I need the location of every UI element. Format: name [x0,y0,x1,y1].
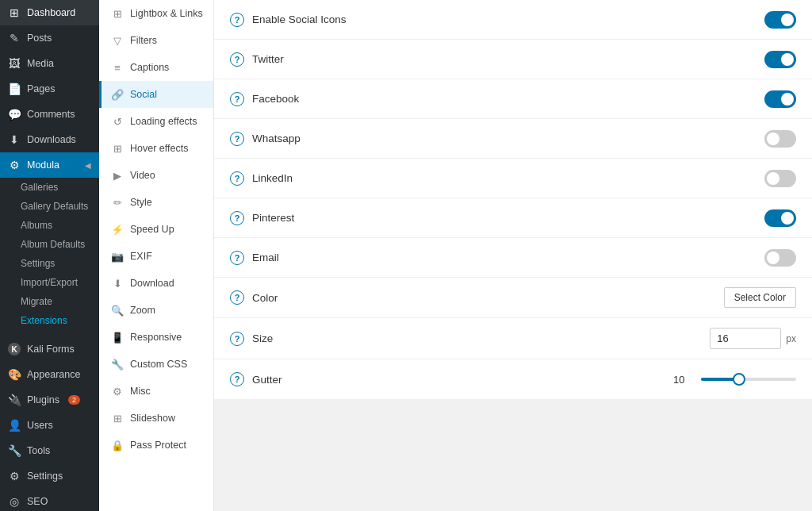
help-twitter[interactable]: ? [230,52,244,67]
sidebar-item-settings[interactable]: ⚙ Settings [0,463,99,489]
mid-item-misc[interactable]: ⚙ Misc [99,378,213,405]
mid-item-pass-protect[interactable]: 🔒 Pass Protect [99,432,213,459]
row-pinterest: ? Pinterest [214,198,812,238]
sidebar-item-posts[interactable]: ✎ Posts [0,25,99,51]
mid-label-hover-effects: Hover effects [130,143,188,154]
help-color[interactable]: ? [230,290,244,305]
sidebar-item-users[interactable]: 👤 Users [0,413,99,438]
row-enable-social-icons: ? Enable Social Icons [214,0,812,40]
sidebar-item-modula[interactable]: ⚙ Modula ◀ [0,152,99,178]
select-color-button[interactable]: Select Color [724,287,796,308]
sidebar-item-seo[interactable]: ◎ SEO [0,489,99,511]
sidebar-label-tools: Tools [27,445,50,456]
toggle-enable-social-icons[interactable] [764,11,796,29]
submenu-galleries[interactable]: Galleries [0,178,99,197]
mid-item-loading-effects[interactable]: ↺ Loading effects [99,108,213,135]
sidebar-item-dashboard[interactable]: ⊞ Dashboard [0,0,99,25]
submenu-import-export[interactable]: Import/Export [0,273,99,292]
toggle-pinterest[interactable] [764,209,796,227]
help-facebook[interactable]: ? [230,92,244,106]
tools-icon: 🔧 [8,444,21,457]
mid-item-style[interactable]: ✏ Style [99,189,213,216]
sidebar-label-seo: SEO [27,496,48,507]
settings-icon: ⚙ [8,470,21,482]
gutter-slider-track[interactable] [701,378,796,381]
sidebar-label-kali-forms: Kali Forms [27,344,75,355]
toggle-facebook[interactable] [764,90,796,108]
mid-label-download: Download [130,278,174,289]
toggle-linkedin[interactable] [764,170,796,187]
row-facebook: ? Facebook [214,79,812,119]
size-unit-label: px [786,333,796,344]
mid-item-exif[interactable]: 📷 EXIF [99,243,213,270]
mid-item-speed-up[interactable]: ⚡ Speed Up [99,216,213,243]
filters-icon: ▽ [111,34,124,47]
toggle-twitter[interactable] [764,51,796,68]
social-icon: 🔗 [111,88,124,101]
modula-icon: ⚙ [8,159,21,171]
label-size: Size [252,332,710,344]
toggle-whatsapp[interactable] [764,130,796,148]
sidebar-item-pages[interactable]: 📄 Pages [0,76,99,102]
submenu-migrate-label: Migrate [21,296,52,307]
mid-item-lightbox-links[interactable]: ⊞ Lightbox & Links [99,0,213,27]
submenu-galleries-label: Galleries [21,182,58,193]
submenu-album-defaults[interactable]: Album Defaults [0,235,99,254]
sidebar-item-media[interactable]: 🖼 Media [0,51,99,76]
sidebar-label-comments: Comments [27,109,75,120]
help-linkedin[interactable]: ? [230,171,244,186]
captions-icon: ≡ [111,61,124,74]
toggle-email[interactable] [764,249,796,267]
mid-item-filters[interactable]: ▽ Filters [99,27,213,54]
mid-item-download[interactable]: ⬇ Download [99,270,213,297]
mid-item-social[interactable]: 🔗 Social [99,81,213,108]
gutter-slider-thumb[interactable] [733,373,745,386]
label-twitter: Twitter [252,53,764,65]
row-whatsapp: ? Whatsapp [214,119,812,159]
download-icon: ⬇ [111,277,124,290]
submenu-gallery-defaults[interactable]: Gallery Defaults [0,197,99,216]
mid-item-custom-css[interactable]: 🔧 Custom CSS [99,351,213,378]
submenu-albums[interactable]: Albums [0,216,99,235]
sidebar-item-comments[interactable]: 💬 Comments [0,102,99,127]
help-size[interactable]: ? [230,332,244,346]
sidebar-item-appearance[interactable]: 🎨 Appearance [0,362,99,387]
control-enable-social-icons [764,11,796,29]
help-enable-social-icons[interactable]: ? [230,13,244,27]
sidebar-label-pages: Pages [27,83,55,94]
help-whatsapp[interactable]: ? [230,132,244,146]
kali-forms-icon: K [8,343,21,355]
label-enable-social-icons: Enable Social Icons [252,13,764,25]
sidebar-item-downloads[interactable]: ⬇ Downloads [0,127,99,152]
comments-icon: 💬 [8,108,21,121]
mid-item-video[interactable]: ▶ Video [99,162,213,189]
submenu-album-defaults-label: Album Defaults [21,239,85,250]
sidebar-label-appearance: Appearance [27,369,80,380]
mid-item-captions[interactable]: ≡ Captions [99,54,213,81]
row-twitter: ? Twitter [214,40,812,79]
mid-item-slideshow[interactable]: ⊞ Slideshow [99,405,213,432]
mid-item-hover-effects[interactable]: ⊞ Hover effects [99,135,213,162]
help-gutter[interactable]: ? [230,372,244,386]
control-twitter [764,51,796,68]
help-pinterest[interactable]: ? [230,211,244,225]
sidebar-item-tools[interactable]: 🔧 Tools [0,438,99,463]
mid-item-zoom[interactable]: 🔍 Zoom [99,297,213,324]
sidebar-label-users: Users [27,420,53,431]
sidebar-item-plugins[interactable]: 🔌 Plugins 2 [0,387,99,413]
mid-label-filters: Filters [130,35,157,46]
mid-item-responsive[interactable]: 📱 Responsive [99,324,213,351]
submenu-migrate[interactable]: Migrate [0,292,99,311]
mid-label-loading-effects: Loading effects [130,116,197,127]
submenu-extensions[interactable]: Extensions [0,311,99,330]
help-email[interactable]: ? [230,251,244,265]
submenu-settings[interactable]: Settings [0,254,99,273]
plugins-icon: 🔌 [8,394,21,406]
lightbox-links-icon: ⊞ [111,7,124,20]
pass-protect-icon: 🔒 [111,439,124,451]
row-linkedin: ? LinkedIn [214,159,812,198]
size-input[interactable] [710,328,781,348]
sidebar-item-kali-forms[interactable]: K Kali Forms [0,336,99,362]
mid-settings-sidebar: ⊞ Lightbox & Links ▽ Filters ≡ Captions … [99,0,214,511]
control-size: ▲ ▼ px [710,328,796,349]
